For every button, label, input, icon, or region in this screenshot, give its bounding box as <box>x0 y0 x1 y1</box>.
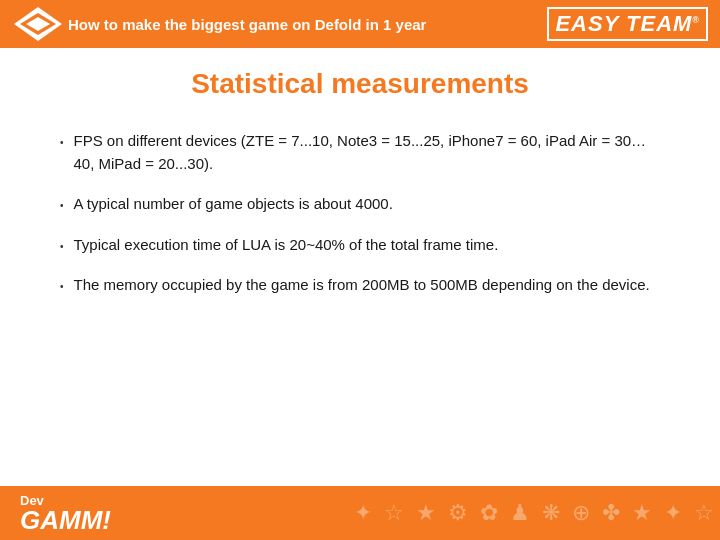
bullet-dot-0: • <box>60 135 64 150</box>
bullet-dot-2: • <box>60 239 64 254</box>
footer-decorative-icons: ✦☆★⚙✿♟❋⊕✤★✦☆ <box>348 486 720 540</box>
page-title: Statistical measurements <box>60 68 660 100</box>
footer-icon-4: ✿ <box>480 500 498 526</box>
footer-icon-8: ✤ <box>602 500 620 526</box>
bullet-dot-1: • <box>60 198 64 213</box>
footer-icon-5: ♟ <box>510 500 530 526</box>
footer-icon-2: ★ <box>416 500 436 526</box>
footer-icon-9: ★ <box>632 500 652 526</box>
footer-icon-1: ☆ <box>384 500 404 526</box>
svg-text:STARK: STARK <box>21 42 55 43</box>
footer-icon-11: ☆ <box>694 500 714 526</box>
devgamm-logo: Dev GAMM! <box>20 494 111 533</box>
header-bar: STARK GAMES How to make the biggest game… <box>0 0 720 48</box>
bullet-text-0: FPS on different devices (ZTE = 7...10, … <box>74 130 660 175</box>
bullet-dot-3: • <box>60 279 64 294</box>
easy-team-logo: EASY TEAM® <box>547 7 708 41</box>
bullet-item-2: •Typical execution time of LUA is 20~40%… <box>60 234 660 257</box>
footer-icon-10: ✦ <box>664 500 682 526</box>
bullet-text-1: A typical number of game objects is abou… <box>74 193 393 216</box>
bullet-text-3: The memory occupied by the game is from … <box>74 274 650 297</box>
bullet-list: •FPS on different devices (ZTE = 7...10,… <box>60 130 660 297</box>
bullet-text-2: Typical execution time of LUA is 20~40% … <box>74 234 499 257</box>
footer-gamm-text: GAMM! <box>20 507 111 533</box>
stark-logo: STARK GAMES <box>12 5 64 43</box>
header-title: How to make the biggest game on Defold i… <box>68 16 547 33</box>
footer-icon-6: ❋ <box>542 500 560 526</box>
footer-icon-7: ⊕ <box>572 500 590 526</box>
main-content: Statistical measurements •FPS on differe… <box>0 48 720 486</box>
bullet-item-0: •FPS on different devices (ZTE = 7...10,… <box>60 130 660 175</box>
bullet-item-3: •The memory occupied by the game is from… <box>60 274 660 297</box>
footer-icon-0: ✦ <box>354 500 372 526</box>
footer-icon-3: ⚙ <box>448 500 468 526</box>
footer-bar: Dev GAMM! ✦☆★⚙✿♟❋⊕✤★✦☆ <box>0 486 720 540</box>
bullet-item-1: •A typical number of game objects is abo… <box>60 193 660 216</box>
